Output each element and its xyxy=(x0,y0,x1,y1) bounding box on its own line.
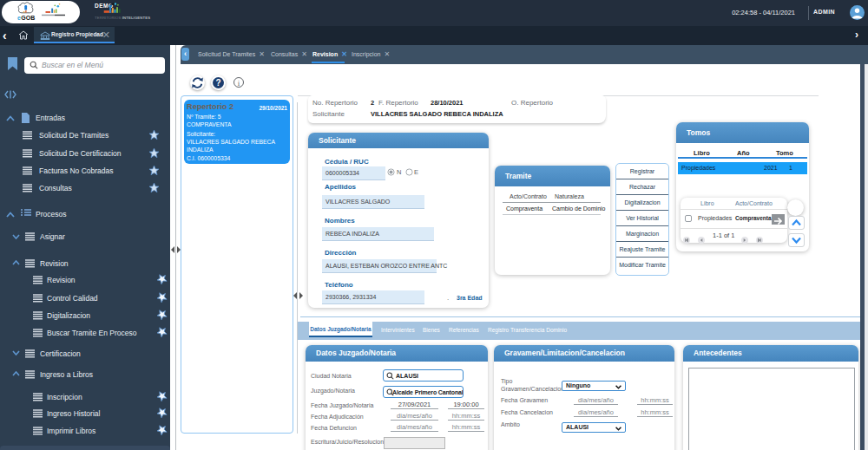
svg-text:GOB: GOB xyxy=(21,15,35,21)
